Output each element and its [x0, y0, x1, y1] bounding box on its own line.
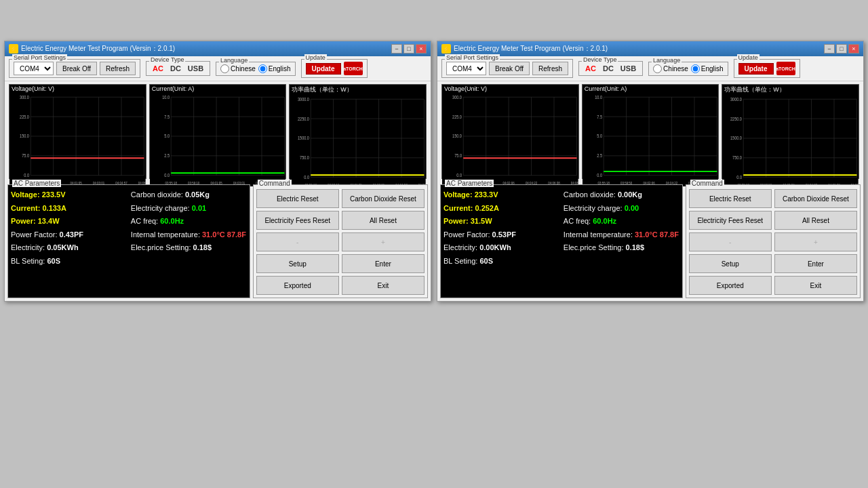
- electricity-fees-reset-button[interactable]: Electricity Fees Reset: [256, 211, 339, 230]
- device-type-ac-button[interactable]: AC: [583, 64, 598, 73]
- plus-button[interactable]: +: [342, 232, 425, 251]
- carbon-dioxide-reset-button[interactable]: Carbon Dioxide Reset: [774, 189, 857, 208]
- minimize-button[interactable]: −: [391, 44, 402, 54]
- exported-button[interactable]: Exported: [689, 276, 772, 295]
- svg-text:0.0: 0.0: [164, 174, 170, 178]
- device-type-group: Device TypeACDCUSB: [146, 61, 210, 76]
- language-english-radio[interactable]: [258, 64, 267, 73]
- minus-button[interactable]: -: [689, 232, 772, 251]
- language-english-label[interactable]: English: [691, 64, 724, 73]
- svg-rect-72: [442, 93, 578, 186]
- param-value-7: 31.0°C 87.8F: [635, 230, 679, 239]
- device-type-dc-button[interactable]: DC: [168, 64, 183, 73]
- param-label-5: AC freq:: [131, 217, 160, 225]
- plus-button[interactable]: +: [774, 232, 857, 251]
- svg-text:0.0: 0.0: [304, 176, 310, 180]
- language-chinese-label[interactable]: Chinese: [220, 64, 256, 73]
- chart-svg-2: 3000.02250.01500.0750.00.003:55:1803:59:…: [290, 95, 426, 188]
- enter-button[interactable]: Enter: [342, 254, 425, 273]
- refresh-button[interactable]: Refresh: [100, 62, 136, 75]
- serial-port-group: Serial Port SettingsCOM4Break OffRefresh: [9, 59, 140, 78]
- maximize-button[interactable]: □: [403, 44, 414, 54]
- update-button[interactable]: Update: [306, 63, 341, 75]
- break-off-button[interactable]: Break Off: [56, 62, 97, 75]
- title-bar: ⚡Electric Energy Meter Test Program (Ver…: [437, 41, 863, 56]
- param-value-6: 0.53PF: [492, 230, 516, 239]
- com-select[interactable]: COM4: [14, 62, 54, 75]
- com-select[interactable]: COM4: [446, 62, 486, 75]
- setup-button[interactable]: Setup: [256, 254, 339, 273]
- setup-button[interactable]: Setup: [689, 254, 772, 273]
- param-label-7: Internal temperature:: [564, 230, 635, 239]
- title-bar-controls: −□×: [391, 44, 427, 54]
- electric-reset-button[interactable]: Electric Reset: [689, 189, 772, 208]
- electric-reset-button[interactable]: Electric Reset: [256, 189, 339, 208]
- enter-button[interactable]: Enter: [774, 254, 857, 273]
- param-item-1: Carbon dioxide: 0.00Kg: [564, 189, 679, 201]
- svg-text:300.0: 300.0: [20, 95, 30, 99]
- language-english-radio[interactable]: [691, 64, 700, 73]
- window-title: Electric Energy Meter Test Program (Vers…: [454, 44, 608, 54]
- params-grid: Voltage: 233.5VCarbon dioxide: 0.05KgCur…: [11, 189, 247, 268]
- language-chinese-radio[interactable]: [653, 64, 662, 73]
- param-value-5: 60.0Hz: [593, 217, 616, 225]
- chart-0: Voltage(Unit: V)300.0225.0150.075.00.003…: [9, 84, 146, 179]
- language-chinese-text: Chinese: [231, 65, 256, 73]
- svg-text:2250.0: 2250.0: [730, 117, 743, 121]
- serial-port-label: Serial Port Settings: [445, 54, 500, 61]
- param-label-8: Electricity:: [11, 243, 47, 251]
- chart-title-2: 功率曲线（单位：W）: [290, 85, 426, 95]
- svg-text:10.0: 10.0: [162, 95, 170, 99]
- language-english-label[interactable]: English: [258, 64, 291, 73]
- chart-title-0: Voltage(Unit: V): [9, 85, 146, 93]
- device-type-usb-button[interactable]: USB: [618, 64, 638, 73]
- svg-text:2250.0: 2250.0: [298, 117, 310, 121]
- update-button[interactable]: Update: [738, 63, 774, 75]
- all-reset-button[interactable]: All Reset: [342, 211, 425, 230]
- svg-text:5.0: 5.0: [164, 134, 170, 138]
- device-type-dc-button[interactable]: DC: [601, 64, 616, 73]
- svg-text:150.0: 150.0: [452, 134, 462, 138]
- language-chinese-label[interactable]: Chinese: [653, 64, 688, 73]
- charts-row: Voltage(Unit: V)300.0225.0150.075.00.003…: [5, 81, 431, 182]
- all-reset-button[interactable]: All Reset: [774, 211, 857, 230]
- param-value-6: 0.43PF: [60, 230, 83, 239]
- electricity-fees-reset-button[interactable]: Electricity Fees Reset: [689, 211, 772, 230]
- close-button[interactable]: ×: [848, 44, 859, 54]
- param-item-2: Current: 0.133A: [11, 203, 127, 215]
- chart-svg-2: 3000.02250.01500.0750.00.003:55:1803:59:…: [722, 95, 859, 188]
- carbon-dioxide-reset-button[interactable]: Carbon Dioxide Reset: [342, 189, 425, 208]
- param-value-7: 31.0°C 87.8F: [202, 230, 246, 239]
- title-bar-controls: −□×: [824, 44, 859, 54]
- chart-2: 功率曲线（单位：W）3000.02250.01500.0750.00.003:5…: [289, 84, 427, 179]
- device-type-ac-button[interactable]: AC: [151, 64, 165, 73]
- break-off-button[interactable]: Break Off: [489, 62, 530, 75]
- language-chinese-text: Chinese: [663, 65, 688, 73]
- exit-button[interactable]: Exit: [342, 276, 425, 295]
- svg-text:0.0: 0.0: [597, 174, 602, 178]
- param-item-3: Electricity charge: 0.01: [131, 203, 247, 215]
- command-panel: CommandElectric ResetCarbon Dioxide Rese…: [253, 184, 428, 298]
- chart-1: Current(Unit: A)10.07.55.02.50.003:55:18…: [582, 84, 719, 179]
- minimize-button[interactable]: −: [824, 44, 835, 54]
- ac-params: AC ParametersVoltage: 233.5VCarbon dioxi…: [7, 184, 250, 298]
- exported-button[interactable]: Exported: [256, 276, 339, 295]
- app-window-0: ⚡Electric Energy Meter Test Program (Ver…: [4, 41, 431, 302]
- command-panel: CommandElectric ResetCarbon Dioxide Rese…: [686, 184, 861, 298]
- param-item-7: Internal temperature: 31.0°C 87.8F: [564, 229, 679, 241]
- command-grid: Electric ResetCarbon Dioxide ResetElectr…: [689, 189, 857, 295]
- svg-text:750.0: 750.0: [732, 156, 743, 160]
- close-button[interactable]: ×: [416, 44, 427, 54]
- chart-svg-0: 300.0225.0150.075.00.003:55:1803:59:5004…: [442, 93, 578, 186]
- device-type-usb-button[interactable]: USB: [186, 64, 205, 73]
- param-item-10: BL Seting: 60S: [11, 256, 127, 268]
- svg-text:75.0: 75.0: [454, 154, 462, 158]
- refresh-button[interactable]: Refresh: [532, 62, 568, 75]
- language-chinese-radio[interactable]: [220, 64, 229, 73]
- minus-button[interactable]: -: [256, 232, 339, 251]
- maximize-button[interactable]: □: [836, 44, 847, 54]
- language-group: LanguageChineseEnglish: [648, 62, 728, 76]
- param-label-10: BL Seting:: [443, 257, 479, 265]
- svg-text:7.5: 7.5: [164, 115, 170, 119]
- exit-button[interactable]: Exit: [774, 276, 857, 295]
